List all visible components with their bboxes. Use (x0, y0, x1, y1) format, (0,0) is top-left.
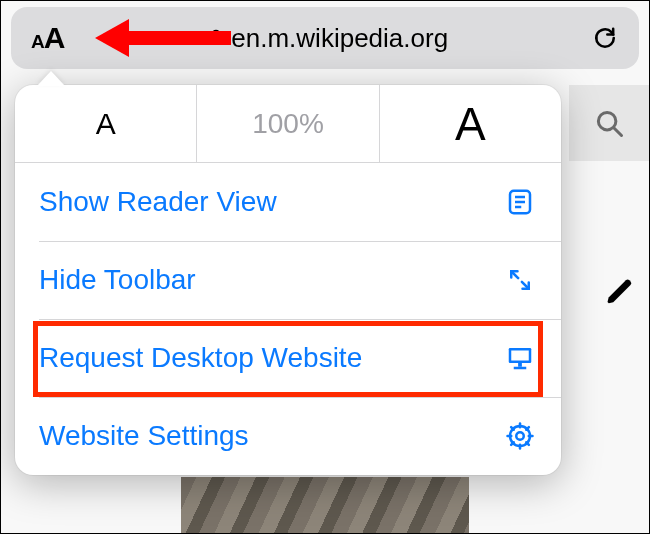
hide-toolbar[interactable]: Hide Toolbar (15, 241, 561, 319)
gear-icon (503, 421, 537, 451)
menu-label: Show Reader View (39, 186, 503, 218)
small-a-glyph: A (31, 31, 44, 52)
svg-point-14 (516, 432, 524, 440)
lock-icon (207, 29, 225, 47)
large-a-glyph: A (44, 21, 65, 54)
show-reader-view[interactable]: Show Reader View (15, 163, 561, 241)
page-search-button[interactable] (569, 85, 649, 161)
safari-viewport: AA en.m.wikipedia.org A 100% A S (1, 1, 649, 533)
page-content-image (181, 477, 469, 533)
edit-button[interactable] (605, 277, 635, 307)
url-text: en.m.wikipedia.org (231, 23, 448, 54)
svg-rect-12 (514, 367, 527, 370)
reload-button[interactable] (591, 23, 619, 53)
text-size-row: A 100% A (15, 85, 561, 163)
decrease-text-size[interactable]: A (15, 85, 196, 162)
expand-icon (503, 265, 537, 295)
aa-popover: A 100% A Show Reader View Hide Toolbar R… (15, 85, 561, 475)
zoom-level[interactable]: 100% (196, 85, 379, 162)
menu-label: Request Desktop Website (39, 342, 503, 374)
url-display[interactable]: en.m.wikipedia.org (64, 23, 591, 54)
popover-menu: Show Reader View Hide Toolbar Request De… (15, 163, 561, 475)
text-size-button[interactable]: AA (31, 21, 64, 55)
svg-rect-11 (518, 363, 522, 367)
popover-tail (37, 71, 65, 86)
website-settings[interactable]: Website Settings (15, 397, 561, 475)
reader-icon (503, 187, 537, 217)
menu-label: Hide Toolbar (39, 264, 503, 296)
address-bar[interactable]: AA en.m.wikipedia.org (11, 7, 639, 69)
svg-rect-10 (511, 351, 529, 361)
svg-rect-0 (211, 37, 222, 45)
menu-label: Website Settings (39, 420, 503, 452)
increase-text-size[interactable]: A (380, 85, 561, 162)
request-desktop-website[interactable]: Request Desktop Website (15, 319, 561, 397)
desktop-icon (503, 343, 537, 373)
svg-line-2 (614, 128, 622, 136)
